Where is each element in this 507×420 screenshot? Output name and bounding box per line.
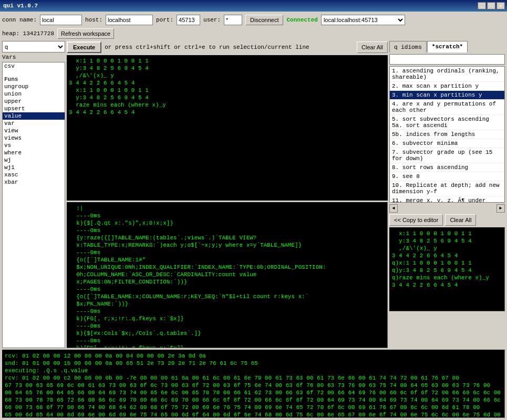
conn-name-input[interactable] xyxy=(40,15,82,25)
execute-row: Execute or press ctrl+shift or ctrl+e to… xyxy=(67,41,388,54)
idioms-list: 1. ascending ordinals (ranking, shareabl… xyxy=(389,66,505,203)
copy-to-editor-button[interactable]: << Copy to editor xyxy=(389,214,443,226)
refresh-workspace-button[interactable]: Refresh workspace xyxy=(57,28,114,39)
idiom-item[interactable]: 6. subvector minima xyxy=(390,139,504,148)
right-output-area: x:1 1 0 0 0 1 0 0 1 1 y:3 4 8 2 5 6 9 4 … xyxy=(389,227,505,311)
disconnect-button[interactable]: Disconnect xyxy=(245,15,283,25)
output-line: 0h;COLUMN_NAME:`ASC_OR_DESC:`CARDINALITY… xyxy=(69,271,385,278)
output-line: k){FG[. r;x;!r:.q.fkeys x:`$x]} xyxy=(69,344,385,349)
idiom-item[interactable]: 5. sort subvectors ascending 5a. sort as… xyxy=(390,115,504,130)
vars-list: csv Funs ungroup union upper upsert valu… xyxy=(2,62,65,348)
vars-item-upper[interactable]: upper xyxy=(3,98,65,105)
vars-item-union[interactable]: union xyxy=(3,90,65,98)
vars-item-var[interactable]: var xyxy=(3,120,65,127)
vars-item-csv[interactable]: csv xyxy=(3,62,65,70)
vars-item-views[interactable]: views xyxy=(3,134,65,142)
right-output-line: ,/&\'(x)_ y xyxy=(392,245,502,252)
idiom-search-input[interactable] xyxy=(389,54,505,65)
editor-line: ,/&\'(x)_ y xyxy=(69,72,386,79)
vars-label: Vars xyxy=(2,54,65,60)
output-line: $x;PK_NAME:`))} xyxy=(69,300,385,308)
scroll-right-button[interactable]: ► xyxy=(496,204,505,213)
idiom-item[interactable]: 11. merge x, y, z, Â¶ under control of g… xyxy=(390,196,504,203)
tabs-row: q idioms *scratch* xyxy=(389,41,505,52)
output-line: {y:raze({[]TABLE_NAME:(tables`.;views`.)… xyxy=(69,234,385,242)
editor-line: x:1 1 0 0 0 1 0 0 1 1 xyxy=(69,87,386,94)
idiom-item[interactable]: 1. ascending ordinals (ranking, shareabl… xyxy=(390,67,504,82)
output-area: :| ----0ms k){$[.Q.qt x:."s)",x;0!x;x]} … xyxy=(67,202,388,349)
vars-item-upsert[interactable]: upsert xyxy=(3,105,65,112)
idiom-item[interactable]: 10. Replicate at depth; add new dimensio… xyxy=(390,181,504,196)
output-line: ----0ms xyxy=(69,286,385,293)
user-label: user: xyxy=(203,17,221,23)
minimize-button[interactable]: _ xyxy=(478,2,486,9)
connected-status: Connected xyxy=(286,17,317,23)
idiom-item[interactable]: 5b. indices from lengths xyxy=(390,130,504,139)
output-line: x;PAGES:0N;FILTER_CONDITION:`))} xyxy=(69,278,385,286)
output-line: k){$[#x:Cols`$x;,/Cols`.q.tables`.]} xyxy=(69,330,385,337)
editor-line: x:1 1 0 0 0 1 0 0 1 1 xyxy=(69,57,386,65)
editor-area[interactable]: x:1 1 0 0 0 1 0 0 1 1 y:3 4 8 2 5 6 9 4 … xyxy=(67,55,388,201)
output-line: k){$[.Q.qt x:."s)",x;0!x;x]} xyxy=(69,219,385,227)
clear-all-right-button[interactable]: Clear All xyxy=(445,214,476,226)
tab-q-idioms[interactable]: q idioms xyxy=(389,41,427,52)
host-label: host: xyxy=(85,17,102,23)
right-output-line: y:3 4 8 2 5 6 9 4 5 4 xyxy=(392,237,502,245)
idiom-item[interactable]: 9. see 8 xyxy=(390,172,504,181)
vars-item-wj[interactable]: wj xyxy=(3,156,65,164)
bottom-line: 67 73 00 63 65 69 6c 00 61 63 73 00 63 6… xyxy=(5,382,502,389)
idiom-item[interactable]: 8. sort rows ascending xyxy=(390,163,504,172)
title-bar: qui v1.0.7 _ □ ✕ xyxy=(0,0,507,12)
scroll-left-button[interactable]: ◄ xyxy=(389,204,398,213)
left-panel: q Vars csv Funs ungroup union upper upse… xyxy=(2,41,65,348)
conn-name-label: conn name: xyxy=(2,17,37,23)
right-actions-row: << Copy to editor Clear All xyxy=(389,214,505,226)
idiom-item[interactable]: 4. are x and y permutations of each othe… xyxy=(390,100,504,115)
heap-row: heap: 134217728 Refresh workspace xyxy=(2,28,505,39)
funs-section-label: Funs xyxy=(3,74,65,83)
bottom-line: 68 73 00 78 70 65 72 66 00 66 6c 69 70 0… xyxy=(5,396,502,404)
editor-line: y:3 4 8 2 5 6 9 4 5 4 xyxy=(69,65,386,72)
vars-item-xasc[interactable]: xasc xyxy=(3,171,65,178)
connection-row: conn name: host: port: user: Disconnect … xyxy=(2,14,505,26)
output-line: x:TABLE_TYPE:x;REMARKS:`)each y;o$[`~x;y… xyxy=(69,242,385,249)
right-output-line: q)x:1 1 0 0 0 1 0 0 1 1 xyxy=(392,259,502,267)
right-output-line: 3 4 4 2 2 6 6 4 5 4 xyxy=(392,252,502,259)
idiom-item[interactable]: 2. max scan x partition y xyxy=(390,82,504,91)
scroll-buttons: ◄ ► xyxy=(389,204,505,213)
vars-item-wj1[interactable]: wj1 xyxy=(3,164,65,171)
server-dropdown[interactable]: local:localhost:45713 xyxy=(321,15,405,25)
clear-all-button[interactable]: Clear All xyxy=(357,41,388,53)
tab-scratch[interactable]: *scratch* xyxy=(427,41,468,52)
bottom-output-panel: rcv: 01 02 00 00 12 00 00 00 0a 00 04 00… xyxy=(2,350,505,418)
right-output-line: q)raze mins each (where x)_y xyxy=(392,274,502,281)
idiom-item[interactable]: 7. subvector grade up (see 15 for down) xyxy=(390,148,504,163)
output-line: ----0ms xyxy=(69,322,385,330)
execute-button[interactable]: Execute xyxy=(67,41,101,53)
vars-item-vs[interactable]: vs xyxy=(3,142,65,149)
main-container: conn name: host: port: user: Disconnect … xyxy=(0,12,507,420)
vars-item-where[interactable]: where xyxy=(3,149,65,156)
editor-line: 3 4 4 2 2 6 6 4 5 4 xyxy=(69,79,386,87)
user-input[interactable] xyxy=(224,15,242,25)
bottom-line: 66 00 73 68 6f 77 00 66 74 00 68 64 62 0… xyxy=(5,404,502,411)
middle-area: q Vars csv Funs ungroup union upper upse… xyxy=(2,41,505,348)
output-line: $x;NON_UNIQUE:0Nh;INDEX_QUALIFIER:`INDEX… xyxy=(69,264,385,271)
vars-item-ungroup[interactable]: ungroup xyxy=(3,83,65,90)
maximize-button[interactable]: □ xyxy=(487,2,495,9)
bottom-line: snd: 01 01 00 00 1b 00 00 00 0a 00 65 51… xyxy=(5,360,502,367)
right-panel: q idioms *scratch* 1. ascending ordinals… xyxy=(389,41,505,348)
port-label: port: xyxy=(156,17,173,23)
idiom-item[interactable]: 3. min scan x partitions y xyxy=(390,91,504,100)
close-button[interactable]: ✕ xyxy=(496,2,505,9)
output-line: ----0ms xyxy=(69,308,385,315)
vars-item-xbar[interactable]: xbar xyxy=(3,178,65,186)
output-line: ----0ms xyxy=(69,249,385,256)
bottom-line: 65 00 6d 65 64 00 6d 69 6e 00 6d 69 6e 7… xyxy=(5,411,502,418)
host-input[interactable] xyxy=(106,15,153,25)
namespace-dropdown[interactable]: q xyxy=(2,41,65,52)
vars-item-view[interactable]: view xyxy=(3,127,65,134)
port-input[interactable] xyxy=(177,15,200,25)
right-output-line: 3 4 4 2 2 6 6 4 5 4 xyxy=(392,281,502,289)
vars-item-value[interactable]: value xyxy=(3,112,65,120)
